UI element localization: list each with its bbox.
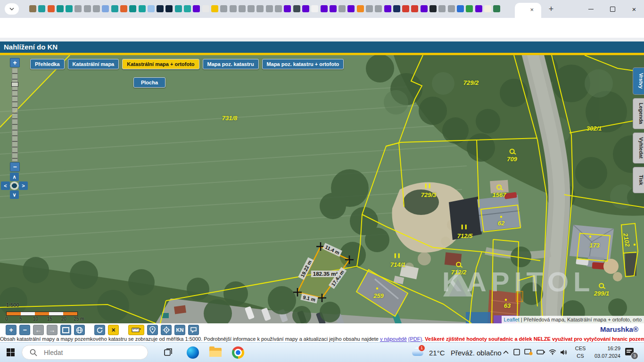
pinned-tab-favicon[interactable] (129, 5, 136, 12)
pinned-tab-favicon[interactable] (302, 5, 309, 12)
pan-left-button[interactable]: < (1, 181, 10, 190)
pinned-tab-favicon[interactable] (457, 5, 464, 12)
pinned-tab-favicon[interactable] (220, 5, 227, 12)
pinned-tab-favicon[interactable] (330, 5, 337, 12)
weather-temperature[interactable]: 21°C (429, 349, 445, 357)
pinned-tab-favicon[interactable] (375, 5, 382, 12)
wifi-icon[interactable] (549, 349, 556, 355)
map-viewport[interactable]: KAPITOL PřehledkaKatastrální mapaKatastr… (0, 55, 644, 323)
screen-cast-icon[interactable] (524, 349, 533, 355)
taskbar-search[interactable] (22, 345, 148, 360)
tool-zoom-out-button[interactable]: − (19, 325, 30, 335)
pinned-tab-favicon[interactable] (393, 5, 400, 12)
pinned-tab-favicon[interactable] (411, 5, 418, 12)
pinned-tab-favicon[interactable] (111, 5, 118, 12)
pinned-tab-favicon[interactable] (402, 5, 409, 12)
pinned-tab-favicon[interactable] (139, 5, 146, 12)
pinned-tab-favicon[interactable] (165, 5, 173, 12)
pinned-tab-favicon[interactable] (448, 5, 455, 12)
pinned-tab-favicon[interactable] (484, 5, 491, 12)
weather-icon[interactable]: 1 (411, 347, 425, 357)
pdf-link[interactable]: (PDF) (408, 336, 422, 342)
tool-full-extent-button[interactable] (74, 325, 85, 335)
pan-down-button[interactable]: ∨ (10, 190, 19, 199)
plocha-button[interactable]: Plocha (133, 77, 165, 88)
pinned-tab-favicon[interactable] (66, 5, 73, 12)
pinned-tab-favicon[interactable] (175, 5, 182, 12)
map-layer-button[interactable]: Katastrální mapa (68, 59, 119, 69)
tool-cancel-button[interactable]: × (108, 325, 119, 335)
pinned-tab-favicon[interactable] (384, 5, 391, 12)
pinned-tab-favicon[interactable] (275, 5, 282, 12)
map-layer-button[interactable]: Přehledka (30, 59, 65, 69)
pinned-tab-favicon[interactable] (256, 5, 264, 12)
pinned-tab-favicon[interactable] (157, 5, 164, 12)
pinned-tabs[interactable] (29, 5, 502, 12)
tool-gps-button[interactable] (161, 325, 172, 335)
pinned-tab-favicon[interactable] (184, 5, 191, 12)
tool-kn-button[interactable]: KN (174, 325, 185, 335)
zoom-in-button[interactable]: + (10, 58, 20, 67)
weather-description[interactable]: Převáž. oblačno (451, 349, 502, 357)
task-view-icon[interactable] (164, 348, 173, 356)
pinned-tab-favicon[interactable] (293, 5, 300, 12)
tool-zoom-in-button[interactable]: + (6, 325, 17, 335)
pinned-tab-favicon[interactable] (239, 5, 246, 12)
clock[interactable]: 16:2903.07.2024 (589, 345, 620, 360)
active-tab[interactable]: × (515, 3, 541, 18)
file-explorer-icon[interactable] (209, 346, 222, 359)
pinned-tab-favicon[interactable] (321, 5, 328, 12)
pinned-tab-favicon[interactable] (120, 5, 127, 12)
tool-info-bubble-button[interactable] (188, 325, 199, 335)
pan-up-button[interactable]: ∧ (10, 173, 19, 181)
pinned-tab-favicon[interactable] (475, 5, 482, 12)
map-layer-button[interactable]: Katastrální mapa + ortofoto (122, 59, 199, 69)
pinned-tab-favicon[interactable] (211, 5, 218, 12)
pinned-tab-favicon[interactable] (48, 5, 55, 12)
taskbar-search-input[interactable] (43, 348, 139, 357)
pinned-tab-favicon[interactable] (366, 5, 373, 12)
pinned-tab-favicon[interactable] (29, 5, 36, 12)
window-maximize-button[interactable] (603, 0, 622, 18)
leaflet-link[interactable]: Leaflet (504, 317, 520, 322)
map-layer-button[interactable]: Mapa poz. katastru (203, 59, 259, 69)
pinned-tab-favicon[interactable] (347, 5, 355, 12)
side-tab-legenda[interactable]: Legenda (633, 98, 644, 129)
device-icon[interactable] (513, 349, 520, 355)
pinned-tab-favicon[interactable] (202, 5, 209, 12)
tool-locate-point-button[interactable] (147, 325, 158, 335)
pinned-tab-favicon[interactable] (466, 5, 473, 12)
pinned-tab-favicon[interactable] (102, 5, 109, 12)
battery-icon[interactable] (537, 349, 545, 355)
pinned-tab-favicon[interactable] (284, 5, 291, 12)
language-indicator[interactable]: CESCS (573, 345, 587, 360)
volume-icon[interactable] (560, 349, 568, 355)
pinned-tab-favicon[interactable] (357, 5, 364, 12)
pan-right-button[interactable]: > (19, 181, 28, 190)
pinned-tab-favicon[interactable] (148, 5, 155, 12)
tool-refresh-button[interactable] (94, 325, 105, 335)
zoom-out-button[interactable]: − (10, 162, 20, 172)
new-tab-button[interactable]: + (545, 3, 557, 15)
edge-icon[interactable] (187, 346, 199, 359)
side-tab-tisk[interactable]: Tisk (633, 167, 644, 193)
side-tab-vyhledat[interactable]: Vyhledat (633, 132, 644, 164)
pinned-tab-favicon[interactable] (57, 5, 64, 12)
pinned-tab-favicon[interactable] (339, 5, 346, 12)
pinned-tab-favicon[interactable] (429, 5, 437, 12)
pinned-tab-favicon[interactable] (230, 5, 237, 12)
tool-zoom-rectangle-button[interactable] (60, 325, 71, 335)
pinned-tab-favicon[interactable] (266, 5, 273, 12)
help-link[interactable]: v nápovědě (380, 336, 407, 342)
pinned-tab-favicon[interactable] (84, 5, 91, 12)
pinned-tab-favicon[interactable] (421, 5, 428, 12)
pinned-tab-favicon[interactable] (493, 5, 500, 12)
side-tab-vrstvy[interactable]: Vrstvy (633, 67, 644, 95)
chrome-icon[interactable] (232, 346, 244, 359)
tray-chevron-icon[interactable] (503, 350, 509, 354)
tool-history-back-button[interactable]: ← (33, 325, 44, 335)
zoom-slider-handle[interactable] (11, 82, 18, 87)
window-minimize-button[interactable] (581, 0, 601, 18)
window-close-button[interactable]: × (624, 0, 644, 18)
pinned-tab-favicon[interactable] (193, 5, 200, 12)
